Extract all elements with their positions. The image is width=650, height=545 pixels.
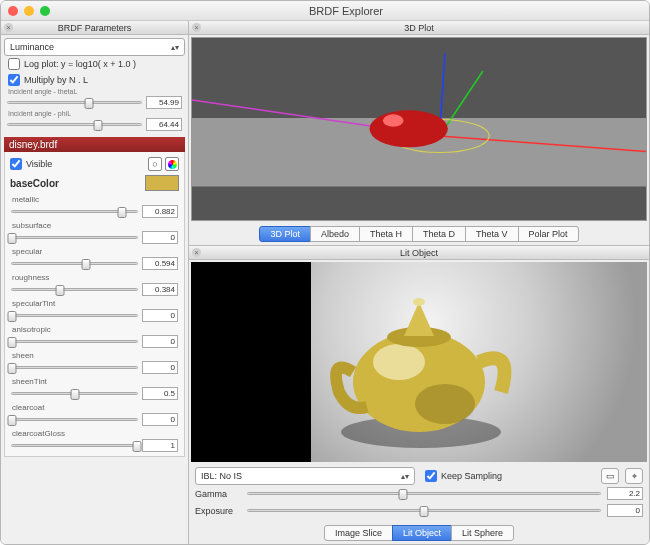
log-plot-label: Log plot: y = log10( x + 1.0 ): [24, 59, 136, 69]
litobject-viewport[interactable]: [191, 262, 647, 462]
ibl-select-value: IBL: No IS: [201, 471, 242, 481]
zoom-window-button[interactable]: [40, 6, 50, 16]
param-slider-clearcoatGloss[interactable]: 1: [8, 438, 181, 453]
param-value[interactable]: 0: [142, 361, 178, 374]
param-value[interactable]: 0.882: [142, 205, 178, 218]
basecolor-swatch[interactable]: [145, 175, 179, 191]
slider-thumb[interactable]: [398, 489, 407, 500]
lit-tab-lit-object[interactable]: Lit Object: [392, 525, 452, 541]
colorwheel-icon: [168, 160, 177, 169]
colormap-button[interactable]: [165, 157, 179, 171]
slider-thumb[interactable]: [118, 207, 127, 218]
app-body: × BRDF Parameters Luminance ▴▾ Log plot:…: [1, 21, 649, 544]
keep-sampling-checkbox-input[interactable]: [425, 470, 437, 482]
slider-track[interactable]: [11, 288, 138, 291]
minimize-window-button[interactable]: [24, 6, 34, 16]
log-plot-checkbox-input[interactable]: [8, 58, 20, 70]
solo-button[interactable]: ○: [148, 157, 162, 171]
slider-track[interactable]: [247, 492, 601, 495]
window-titlebar[interactable]: BRDF Explorer: [1, 1, 649, 21]
slider-track[interactable]: [11, 444, 138, 447]
plot-tab-albedo[interactable]: Albedo: [310, 226, 360, 242]
param-value[interactable]: 0: [142, 309, 178, 322]
slider-track[interactable]: [247, 509, 601, 512]
param-slider-clearcoat[interactable]: 0: [8, 412, 181, 427]
slider-track[interactable]: [11, 262, 138, 265]
ibl-select[interactable]: IBL: No IS ▴▾: [195, 467, 415, 485]
channel-select[interactable]: Luminance ▴▾: [4, 38, 185, 56]
param-slider-anisotropic[interactable]: 0: [8, 334, 181, 349]
param-slider-roughness[interactable]: 0.384: [8, 282, 181, 297]
brdf-visible-checkbox[interactable]: Visible: [10, 158, 52, 170]
slider-thumb[interactable]: [85, 98, 94, 109]
slider-thumb[interactable]: [55, 285, 64, 296]
param-value[interactable]: 0: [142, 335, 178, 348]
slider-track[interactable]: [11, 418, 138, 421]
exposure-value[interactable]: 0: [607, 504, 643, 517]
plot-tab-theta-h[interactable]: Theta H: [359, 226, 413, 242]
plot-tab-polar-plot[interactable]: Polar Plot: [518, 226, 579, 242]
param-value[interactable]: 0: [142, 413, 178, 426]
slider-track[interactable]: [7, 123, 142, 126]
slider-thumb[interactable]: [133, 441, 142, 452]
close-icon[interactable]: ×: [192, 23, 201, 32]
brdf-visible-checkbox-input[interactable]: [10, 158, 22, 170]
plot3d-viewport[interactable]: [191, 37, 647, 221]
param-value[interactable]: 1: [142, 439, 178, 452]
slider-track[interactable]: [11, 366, 138, 369]
slider-thumb[interactable]: [8, 337, 17, 348]
slider-track[interactable]: [11, 340, 138, 343]
gamma-value[interactable]: 2.2: [607, 487, 643, 500]
slider-thumb[interactable]: [8, 233, 17, 244]
lit-tab-image-slice[interactable]: Image Slice: [324, 525, 393, 541]
slider-thumb[interactable]: [420, 506, 429, 517]
slider-thumb[interactable]: [81, 259, 90, 270]
phiL-value[interactable]: 64.44: [146, 118, 182, 131]
slider-thumb[interactable]: [70, 389, 79, 400]
phiL-slider[interactable]: 64.44: [4, 117, 185, 132]
parameters-panel-header[interactable]: × BRDF Parameters: [1, 21, 188, 35]
param-value[interactable]: 0: [142, 231, 178, 244]
brdf-file-header[interactable]: disney.brdf: [4, 137, 185, 152]
probe-button[interactable]: ⌖: [625, 468, 643, 484]
close-icon[interactable]: ×: [4, 23, 13, 32]
param-slider-specularTint[interactable]: 0: [8, 308, 181, 323]
param-value[interactable]: 0.594: [142, 257, 178, 270]
slider-track[interactable]: [7, 101, 142, 104]
keep-sampling-checkbox[interactable]: Keep Sampling: [421, 468, 506, 484]
param-value[interactable]: 0.5: [142, 387, 178, 400]
slider-track[interactable]: [11, 392, 138, 395]
plot-tab-theta-v[interactable]: Theta V: [465, 226, 519, 242]
multiply-nl-checkbox[interactable]: Multiply by N . L: [4, 72, 185, 88]
plot3d-panel-header[interactable]: × 3D Plot: [189, 21, 649, 35]
traffic-lights: [8, 6, 50, 16]
close-icon[interactable]: ×: [192, 248, 201, 257]
slider-thumb[interactable]: [94, 120, 103, 131]
param-slider-sheenTint[interactable]: 0.5: [8, 386, 181, 401]
param-slider-metallic[interactable]: 0.882: [8, 204, 181, 219]
lit-tab-lit-sphere[interactable]: Lit Sphere: [451, 525, 514, 541]
thetaL-slider[interactable]: 54.99: [4, 95, 185, 110]
slider-thumb[interactable]: [8, 363, 17, 374]
exposure-slider[interactable]: Exposure 0: [195, 502, 643, 519]
litobject-panel-header[interactable]: × Lit Object: [189, 246, 649, 260]
param-slider-subsurface[interactable]: 0: [8, 230, 181, 245]
param-value[interactable]: 0.384: [142, 283, 178, 296]
slider-track[interactable]: [11, 314, 138, 317]
close-window-button[interactable]: [8, 6, 18, 16]
gamma-slider[interactable]: Gamma 2.2: [195, 485, 643, 502]
keep-sampling-label: Keep Sampling: [441, 471, 502, 481]
snapshot-button[interactable]: ▭: [601, 468, 619, 484]
plot-tab-3d-plot[interactable]: 3D Plot: [259, 226, 311, 242]
log-plot-checkbox[interactable]: Log plot: y = log10( x + 1.0 ): [4, 56, 185, 72]
param-slider-specular[interactable]: 0.594: [8, 256, 181, 271]
multiply-nl-checkbox-input[interactable]: [8, 74, 20, 86]
param-slider-sheen[interactable]: 0: [8, 360, 181, 375]
thetaL-value[interactable]: 54.99: [146, 96, 182, 109]
slider-track[interactable]: [11, 236, 138, 239]
slider-thumb[interactable]: [8, 415, 17, 426]
slider-thumb[interactable]: [8, 311, 17, 322]
slider-track[interactable]: [11, 210, 138, 213]
plot-tab-theta-d[interactable]: Theta D: [412, 226, 466, 242]
brdf-visible-label: Visible: [26, 159, 52, 169]
